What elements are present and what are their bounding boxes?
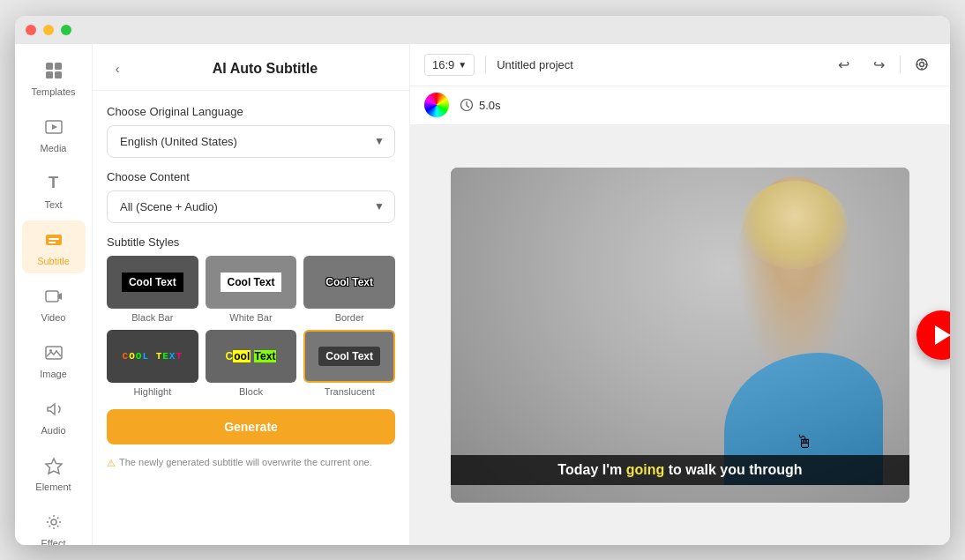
sidebar-item-text[interactable]: T Text: [22, 164, 86, 217]
content-label: Choose Content: [107, 170, 395, 183]
sidebar-item-image[interactable]: Image: [22, 333, 86, 386]
styles-grid: Cool Text Black Bar Cool Text White Bar: [107, 256, 395, 397]
close-button[interactable]: [26, 25, 36, 35]
settings-button[interactable]: [908, 50, 936, 78]
subtitle-bar: Today I'm going to walk you through: [451, 455, 909, 485]
language-select[interactable]: English (United States): [107, 125, 395, 158]
translucent-name: Translucent: [325, 386, 375, 397]
editor-toolbar: 5.0s: [410, 86, 950, 125]
media-label: Media: [41, 143, 67, 153]
sidebar-item-element[interactable]: Element: [22, 446, 86, 499]
white-bar-name: White Bar: [229, 312, 272, 323]
black-bar-name: Black Bar: [131, 312, 173, 323]
style-translucent[interactable]: Cool Text Translucent: [303, 330, 395, 397]
highlight-text: COOL TEXT: [123, 351, 183, 362]
highlight-name: Highlight: [133, 386, 171, 397]
media-icon: [41, 115, 66, 139]
black-bar-preview: Cool Text: [107, 256, 198, 309]
video-label: Video: [41, 312, 66, 323]
sidebar-item-templates[interactable]: Templates: [22, 51, 86, 104]
templates-label: Templates: [31, 86, 75, 97]
svg-rect-0: [46, 63, 53, 70]
left-nav: Templates Media T Text: [15, 44, 93, 545]
panel-header: ‹ AI Auto Subtitle: [93, 44, 409, 91]
title-bar: [15, 16, 950, 44]
subtitle-before: Today I'm: [557, 462, 625, 477]
maximize-button[interactable]: [61, 25, 71, 35]
content-select[interactable]: All (Scene + Audio): [107, 190, 395, 223]
audio-icon: [41, 397, 66, 422]
svg-point-12: [51, 519, 56, 525]
sidebar-item-subtitle[interactable]: Subtitle: [22, 220, 86, 273]
editor-topbar: 16:9 ▼ Untitled project ↩ ↪: [410, 44, 950, 86]
styles-header: Subtitle Styles: [107, 235, 395, 249]
redo-button[interactable]: ↪: [864, 50, 893, 78]
style-block[interactable]: Cool Text Block: [206, 330, 297, 397]
subtitle-text: Today I'm going to walk you through: [557, 462, 802, 478]
border-text: Cool Text: [325, 276, 373, 288]
svg-rect-3: [55, 71, 62, 78]
content-section: Choose Content All (Scene + Audio) ▼: [107, 170, 395, 223]
style-white-bar[interactable]: Cool Text White Bar: [206, 256, 297, 323]
translucent-text: Cool Text: [318, 347, 380, 366]
white-bar-preview: Cool Text: [206, 256, 297, 309]
subtitle-icon: [41, 228, 66, 252]
svg-point-18: [920, 63, 924, 67]
svg-rect-6: [49, 238, 59, 240]
topbar-actions: ↩ ↪: [829, 50, 936, 78]
sidebar-item-video[interactable]: Video: [22, 277, 86, 330]
undo-button[interactable]: ↩: [829, 50, 857, 78]
color-wheel[interactable]: [424, 93, 449, 117]
templates-icon: [41, 58, 66, 83]
text-label: Text: [44, 199, 62, 210]
time-value: 5.0s: [479, 99, 501, 112]
language-select-wrapper: English (United States) ▼: [107, 125, 395, 158]
youtube-button[interactable]: [916, 310, 950, 360]
clock-icon: [460, 98, 474, 112]
video-icon: [41, 284, 66, 309]
canvas-area: Today I'm going to walk you through 🖱: [410, 125, 950, 545]
aspect-ratio-chevron: ▼: [458, 60, 467, 70]
app-body: Templates Media T Text: [15, 44, 950, 545]
project-name: Untitled project: [497, 58, 819, 71]
app-window: Templates Media T Text: [15, 16, 950, 545]
svg-rect-9: [46, 347, 62, 359]
warning-message: ⚠ The newly generated subtitle will over…: [107, 457, 395, 469]
warning-text: The newly generated subtitle will overwr…: [119, 457, 372, 467]
block-preview: Cool Text: [206, 330, 297, 383]
aspect-ratio-value: 16:9: [432, 58, 454, 71]
generate-button[interactable]: Generate: [107, 409, 395, 444]
effect-label: Effect: [41, 538, 66, 545]
element-label: Element: [35, 482, 71, 492]
aspect-ratio-selector[interactable]: 16:9 ▼: [424, 54, 475, 76]
back-button[interactable]: ‹: [107, 58, 128, 79]
svg-rect-7: [49, 242, 56, 243]
audio-label: Audio: [41, 425, 65, 436]
topbar-divider: [485, 56, 486, 73]
youtube-play-icon: [935, 325, 950, 345]
image-label: Image: [40, 369, 67, 379]
panel-content: Choose Original Language English (United…: [93, 91, 409, 483]
style-black-bar[interactable]: Cool Text Black Bar: [107, 256, 198, 323]
subtitle-label: Subtitle: [37, 256, 70, 266]
sidebar-item-effect[interactable]: Effect: [22, 503, 86, 545]
minimize-button[interactable]: [43, 25, 54, 35]
editor: 16:9 ▼ Untitled project ↩ ↪: [410, 44, 950, 545]
block-name: Block: [239, 386, 263, 397]
block-text: Cool Text: [226, 350, 277, 362]
sidebar-item-media[interactable]: Media: [22, 108, 86, 161]
style-highlight[interactable]: COOL TEXT Highlight: [107, 330, 198, 397]
panel: ‹ AI Auto Subtitle Choose Original Langu…: [93, 44, 410, 545]
border-name: Border: [335, 312, 364, 323]
styles-section: Subtitle Styles Cool Text Black Bar: [107, 235, 395, 397]
actions-divider: [900, 56, 901, 73]
white-bar-text: Cool Text: [221, 273, 282, 292]
effect-icon: [41, 510, 66, 534]
sidebar-item-audio[interactable]: Audio: [22, 390, 86, 443]
style-border[interactable]: Cool Text Border: [303, 256, 395, 323]
subtitle-after: to walk you through: [664, 462, 802, 477]
subtitle-highlight: going: [626, 462, 665, 477]
video-canvas: Today I'm going to walk you through: [451, 168, 909, 503]
video-background: [451, 168, 909, 503]
element-icon: [41, 453, 66, 478]
